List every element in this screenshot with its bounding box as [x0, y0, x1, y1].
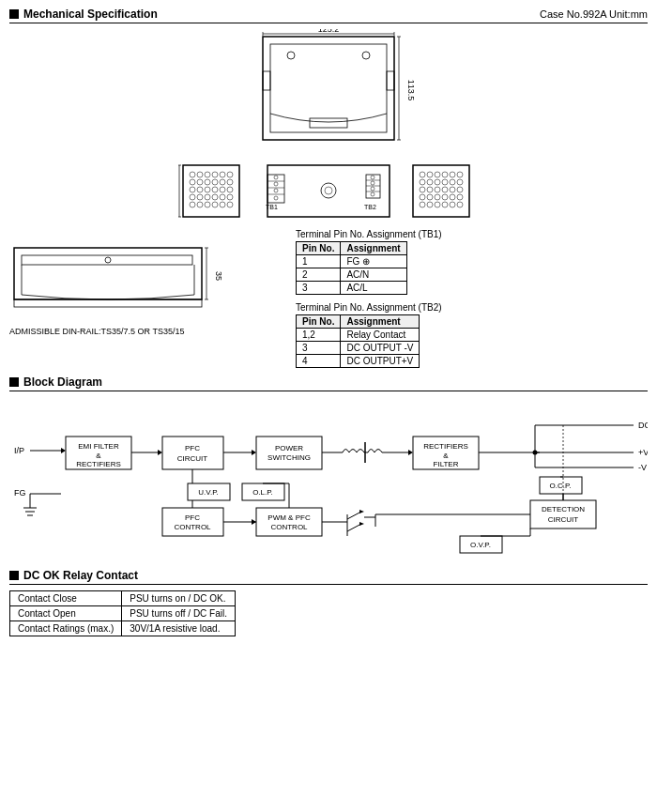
svg-point-16 [190, 172, 195, 177]
svg-point-88 [450, 187, 455, 192]
svg-text:CIRCUIT: CIRCUIT [177, 454, 208, 463]
svg-point-78 [420, 179, 425, 185]
svg-text:CIRCUIT: CIRCUIT [548, 515, 579, 524]
svg-rect-4 [387, 71, 394, 90]
svg-point-67 [371, 181, 374, 185]
svg-point-25 [212, 179, 218, 185]
svg-point-21 [227, 172, 233, 177]
svg-text:CONTROL: CONTROL [174, 523, 211, 531]
top-view-row: 125.2 113.5 [9, 29, 648, 151]
svg-point-72 [420, 172, 425, 177]
svg-point-97 [427, 202, 433, 207]
svg-point-45 [227, 202, 233, 207]
svg-rect-0 [263, 37, 394, 140]
block-diagram-container: I/P FG EMI FILTER & RECTIFIERS PFC [9, 397, 648, 561]
svg-text:&: & [96, 452, 101, 460]
right-side-drawing [408, 161, 479, 222]
svg-text:TB2: TB2 [364, 204, 376, 210]
svg-point-96 [420, 202, 425, 207]
block-diagram-title: Block Diagram [23, 375, 102, 389]
svg-point-43 [212, 202, 218, 207]
table-row: 1,2Relay Contact [297, 329, 420, 342]
table-row: Contact Ratings (max.)30V/1A resistive l… [10, 621, 236, 636]
svg-point-36 [205, 194, 210, 200]
tb2-table-section: Terminal Pin No. Assignment (TB2) Pin No… [296, 302, 442, 368]
svg-point-55 [274, 176, 278, 179]
tb2-table: Pin No. Assignment 1,2Relay Contact3DC O… [296, 314, 420, 368]
svg-point-69 [371, 192, 374, 196]
svg-marker-124 [158, 450, 162, 455]
svg-point-31 [212, 187, 218, 192]
svg-text:-V: -V [638, 463, 647, 472]
table-row: 3AC/L [297, 282, 407, 295]
svg-text:PFC: PFC [185, 444, 200, 452]
svg-point-66 [371, 176, 374, 179]
svg-text:EMI FILTER: EMI FILTER [78, 442, 119, 451]
svg-text:PFC: PFC [185, 513, 200, 522]
svg-point-18 [205, 172, 210, 177]
din-label: ADMISSIBLE DIN-RAIL:TS35/7.5 OR TS35/15 [9, 327, 184, 336]
svg-point-34 [190, 194, 195, 200]
svg-marker-138 [408, 450, 413, 455]
svg-point-76 [450, 172, 455, 177]
svg-point-33 [227, 187, 233, 192]
svg-point-23 [197, 179, 203, 185]
svg-point-92 [435, 194, 440, 200]
tb1-table: Pin No. Assignment 1FG ⊕2AC/N3AC/L [296, 241, 407, 295]
relay-title: DC OK Relay Contact [23, 569, 138, 582]
svg-point-35 [197, 194, 203, 200]
svg-rect-62 [366, 175, 380, 198]
svg-text:113.5: 113.5 [406, 80, 416, 101]
svg-point-83 [457, 179, 463, 185]
svg-point-32 [220, 187, 225, 192]
svg-text:PWM & PFC: PWM & PFC [267, 513, 311, 522]
svg-point-17 [197, 172, 203, 177]
svg-point-79 [427, 179, 433, 185]
svg-point-41 [197, 202, 203, 207]
svg-rect-104 [14, 299, 202, 307]
svg-point-40 [190, 202, 195, 207]
svg-point-77 [457, 172, 463, 177]
svg-point-87 [442, 187, 448, 192]
svg-point-29 [197, 187, 203, 192]
tb2-title: Terminal Pin No. Assignment (TB2) [296, 302, 442, 313]
svg-text:FG: FG [14, 488, 26, 498]
front-view-drawing: TB1 TB2 [258, 161, 399, 222]
svg-text:I/P: I/P [14, 446, 24, 455]
relay-section: DC OK Relay Contact Contact ClosePSU tur… [9, 569, 648, 636]
mid-view-row: 40 TB1 [9, 161, 648, 222]
svg-text:O.V.P.: O.V.P. [470, 541, 491, 549]
svg-point-75 [442, 172, 448, 177]
relay-section-icon [9, 571, 19, 580]
svg-point-19 [212, 172, 218, 177]
svg-point-58 [274, 196, 278, 200]
mechanical-header: Mechanical Specification Case No.992A Un… [9, 8, 648, 23]
section-icon [9, 9, 19, 19]
svg-text:DETECTION: DETECTION [542, 505, 585, 513]
svg-rect-2 [310, 118, 347, 128]
mechanical-section: Mechanical Specification Case No.992A Un… [9, 8, 648, 368]
svg-point-44 [220, 202, 225, 207]
top-view-drawing: 125.2 113.5 [235, 29, 422, 151]
table-row: 3DC OUTPUT -V [297, 342, 420, 355]
svg-text:CONTROL: CONTROL [270, 523, 308, 531]
svg-rect-3 [263, 71, 270, 90]
mechanical-title: Mechanical Specification [23, 8, 158, 21]
table-row: Contact ClosePSU turns on / DC OK. [10, 591, 236, 606]
svg-point-61 [325, 187, 332, 194]
table-row: 4DC OUTPUT+V [297, 355, 420, 368]
svg-text:+V: +V [638, 448, 648, 457]
left-side-drawing: 40 [178, 161, 249, 222]
svg-point-37 [212, 194, 218, 200]
svg-marker-113 [61, 448, 66, 453]
tb2-col-pinno: Pin No. [297, 315, 341, 329]
relay-header: DC OK Relay Contact [9, 569, 648, 585]
block-diagram-header: Block Diagram [9, 375, 648, 391]
svg-point-100 [450, 202, 455, 207]
tb1-table-section: Terminal Pin No. Assignment (TB1) Pin No… [296, 229, 442, 295]
svg-point-28 [190, 187, 195, 192]
svg-point-90 [420, 194, 425, 200]
svg-point-5 [287, 52, 295, 59]
svg-point-22 [190, 179, 195, 185]
svg-point-84 [420, 187, 425, 192]
